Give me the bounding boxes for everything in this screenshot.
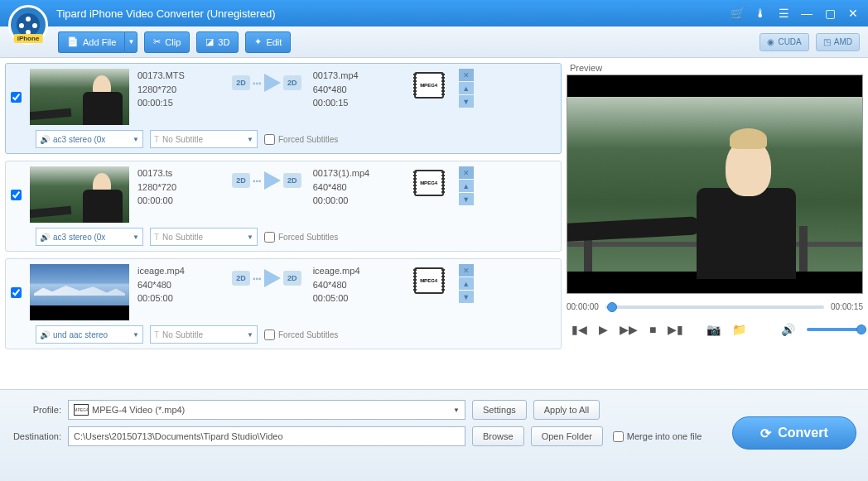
file-list: 00173.MTS1280*72000:00:152D▪▪▪2D00173.mp… (0, 58, 567, 389)
cart-icon[interactable]: 🛒 (731, 7, 744, 20)
seek-bar[interactable] (605, 305, 824, 309)
move-up-button[interactable]: ▲ (459, 277, 474, 290)
preview-label: Preview (567, 63, 863, 73)
subtitle-dropdown[interactable]: TNo Subtitle▼ (150, 228, 258, 246)
volume-icon[interactable]: 🔊 (781, 323, 795, 336)
file-item[interactable]: 00173.ts1280*72000:00:002D▪▪▪2D00173(1).… (5, 161, 562, 252)
forced-subtitles-checkbox[interactable]: Forced Subtitles (264, 134, 338, 145)
remove-item-button[interactable]: ✕ (459, 264, 474, 277)
open-folder-button[interactable]: 📁 (732, 323, 746, 336)
toolbar: 📄 Add File ▼ ✂ Clip ◪ 3D ✦ Edit ◉ CUDA ◳… (0, 26, 868, 58)
source-info: 00173.MTS1280*72000:00:15 (137, 69, 220, 110)
add-file-icon: 📄 (67, 36, 79, 47)
thumbnail (30, 166, 129, 223)
forced-subtitles-checkbox[interactable]: Forced Subtitles (264, 232, 338, 243)
move-up-button[interactable]: ▲ (459, 82, 474, 94)
scissors-icon: ✂ (153, 36, 161, 47)
profile-label: Profile: (12, 405, 61, 415)
play-button[interactable]: ▶ (599, 323, 608, 336)
conversion-arrow: 2D▪▪▪2D (232, 74, 301, 92)
amd-button[interactable]: ◳ AMD (816, 33, 860, 51)
thumbnail (30, 264, 129, 320)
conversion-arrow: 2D▪▪▪2D (232, 269, 301, 287)
volume-slider[interactable] (807, 328, 863, 331)
subtitle-dropdown[interactable]: TNo Subtitle▼ (150, 325, 258, 344)
minimize-button[interactable]: — (800, 7, 813, 20)
file-checkbox[interactable] (11, 92, 22, 103)
output-info: 00173.mp4640*48000:00:15 (313, 69, 396, 110)
preview-video[interactable] (567, 75, 863, 294)
move-down-button[interactable]: ▼ (459, 291, 474, 303)
move-up-button[interactable]: ▲ (459, 180, 474, 192)
prev-button[interactable]: ▮◀ (571, 323, 587, 336)
output-info: iceage.mp4640*48000:05:00 (313, 264, 396, 305)
speaker-icon: 🔊 (40, 135, 50, 144)
thumbnail (30, 69, 129, 125)
menu-icon[interactable]: ☰ (777, 7, 790, 20)
file-item[interactable]: 00173.MTS1280*72000:00:152D▪▪▪2D00173.mp… (5, 63, 562, 154)
apply-to-all-button[interactable]: Apply to All (533, 400, 600, 420)
app-logo: iPhone (8, 5, 48, 45)
add-file-dropdown[interactable]: ▼ (124, 31, 137, 53)
move-down-button[interactable]: ▼ (459, 193, 474, 205)
settings-button[interactable]: Settings (472, 400, 527, 420)
destination-input[interactable]: C:\Users\20150713\Documents\Tipard Studi… (68, 426, 465, 446)
fast-forward-button[interactable]: ▶▶ (620, 323, 638, 336)
edit-button[interactable]: ✦ Edit (245, 31, 291, 53)
close-button[interactable]: ✕ (846, 7, 860, 20)
text-icon: T (154, 330, 159, 339)
convert-button[interactable]: ⟳ Convert (732, 416, 856, 450)
next-button[interactable]: ▶▮ (668, 323, 683, 336)
source-info: iceage.mp4640*48000:05:00 (137, 264, 220, 305)
audio-track-dropdown[interactable]: 🔊und aac stereo▼ (36, 325, 143, 344)
file-item[interactable]: iceage.mp4640*48000:05:002D▪▪▪2Diceage.m… (5, 258, 562, 349)
audio-track-dropdown[interactable]: 🔊ac3 stereo (0x▼ (36, 130, 143, 148)
stop-button[interactable]: ■ (649, 323, 656, 336)
destination-label: Destination: (12, 431, 61, 441)
thermometer-icon[interactable]: 🌡 (754, 7, 767, 20)
titlebar: iPhone Tipard iPhone Video Converter (Un… (0, 0, 868, 26)
format-badge: MPEG4 (414, 267, 444, 294)
file-checkbox[interactable] (11, 287, 22, 298)
speaker-icon: 🔊 (40, 233, 50, 242)
text-icon: T (154, 233, 159, 242)
conversion-arrow: 2D▪▪▪2D (232, 171, 301, 190)
snapshot-button[interactable]: 📷 (706, 323, 721, 336)
remove-item-button[interactable]: ✕ (459, 69, 474, 81)
audio-track-dropdown[interactable]: 🔊ac3 stereo (0x▼ (36, 228, 143, 246)
3d-icon: ◪ (205, 36, 214, 47)
remove-item-button[interactable]: ✕ (459, 166, 474, 179)
speaker-icon: 🔊 (40, 330, 50, 339)
convert-icon: ⟳ (760, 426, 771, 441)
time-total: 00:00:15 (831, 302, 863, 311)
window-title: Tipard iPhone Video Converter (Unregiste… (56, 7, 275, 20)
forced-subtitles-checkbox[interactable]: Forced Subtitles (264, 329, 338, 340)
format-badge: MPEG4 (414, 170, 444, 196)
cuda-button[interactable]: ◉ CUDA (760, 33, 808, 51)
3d-button[interactable]: ◪ 3D (196, 31, 239, 53)
open-destination-button[interactable]: Open Folder (531, 426, 603, 446)
wand-icon: ✦ (254, 36, 262, 47)
text-icon: T (154, 135, 159, 144)
output-info: 00173(1).mp4640*48000:00:00 (313, 166, 396, 208)
subtitle-dropdown[interactable]: TNo Subtitle▼ (150, 130, 258, 148)
format-badge: MPEG4 (414, 72, 444, 99)
amd-icon: ◳ (823, 37, 831, 46)
add-file-button[interactable]: 📄 Add File (58, 31, 124, 53)
merge-checkbox[interactable]: Merge into one file (613, 431, 702, 442)
move-down-button[interactable]: ▼ (459, 95, 474, 108)
time-current: 00:00:00 (567, 302, 599, 311)
mpeg-icon: MPEG4 (74, 404, 89, 416)
preview-panel: Preview 00:00:00 00:00:15 ▮◀ ▶ ▶▶ ■ ▶▮ 📷 (567, 58, 868, 389)
profile-dropdown[interactable]: MPEG4 MPEG-4 Video (*.mp4) ▼ (68, 400, 465, 420)
bottom-panel: Profile: MPEG4 MPEG-4 Video (*.mp4) ▼ Se… (0, 389, 868, 481)
maximize-button[interactable]: ▢ (823, 7, 837, 20)
source-info: 00173.ts1280*72000:00:00 (137, 166, 220, 208)
clip-button[interactable]: ✂ Clip (144, 31, 190, 53)
nvidia-icon: ◉ (767, 37, 774, 46)
browse-button[interactable]: Browse (472, 426, 524, 446)
file-checkbox[interactable] (11, 190, 22, 200)
